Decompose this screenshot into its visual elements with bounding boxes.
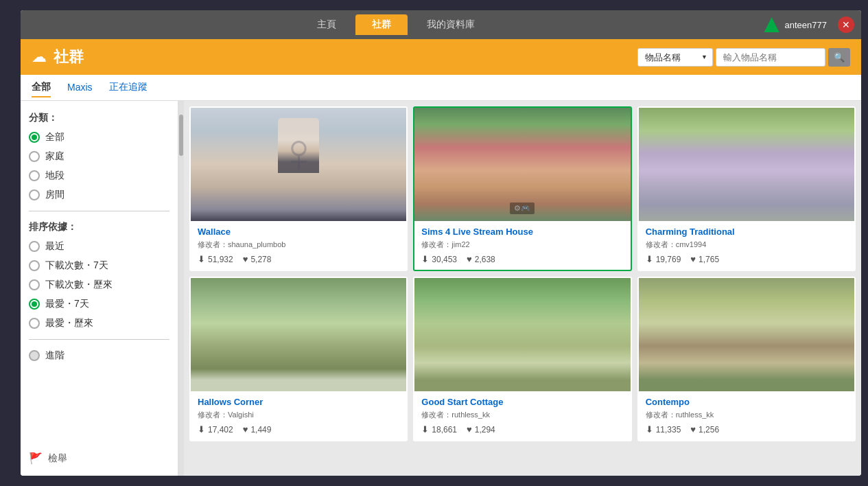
filter-select[interactable]: 物品名稱作者名稱標籤 [637, 48, 713, 67]
divider-2 [29, 339, 169, 340]
category-all[interactable]: 全部 [29, 131, 169, 143]
filter-dropdown-wrapper: 物品名稱作者名稱標籤 [637, 48, 713, 67]
item-name-charming: Charming Traditional [646, 227, 847, 237]
report-button[interactable]: 🚩 檢舉 [29, 452, 67, 465]
download-stat-hallows: ⬇ 17,402 [198, 424, 233, 435]
radio-recent [29, 241, 40, 252]
download-icon-wallace: ⬇ [198, 254, 205, 264]
radio-advanced [29, 350, 40, 361]
item-stats-wallace: ⬇ 51,932 ♥ 5,278 [198, 254, 399, 264]
category-lot[interactable]: 地段 [29, 170, 169, 182]
item-author-contempo: 修改者：ruthless_kk [646, 410, 847, 420]
sidebar-scroll[interactable] [178, 101, 184, 476]
subtab-maxis[interactable]: Maxis [67, 79, 93, 97]
search-filter: 物品名稱作者名稱標籤 🔍 [637, 48, 850, 67]
grid-item-charming[interactable]: Charming Traditional 修改者：cmv1994 ⬇ 19,76… [637, 106, 856, 271]
category-family[interactable]: 家庭 [29, 150, 169, 163]
item-author-hallows: 修改者：Valgishi [198, 410, 399, 420]
thumb-charming [639, 108, 854, 221]
sort-fav-all-label: 最愛・歷來 [45, 317, 93, 329]
grid-container: Wallace 修改者：shauna_plumbob ⬇ 51,932 ♥ [189, 106, 856, 441]
fav-count-cottage: 1,294 [475, 425, 495, 435]
tab-home[interactable]: 主頁 [301, 14, 353, 35]
close-button[interactable]: ✕ [838, 16, 854, 33]
fav-count-charming: 1,765 [699, 255, 719, 264]
download-icon-sims4: ⬇ [421, 254, 429, 264]
heart-icon-sims4: ♥ [467, 254, 472, 264]
grid-item-cottage[interactable]: Good Start Cottage 修改者：ruthless_kk ⬇ 18,… [413, 277, 631, 441]
item-info-contempo: Contempo 修改者：ruthless_kk ⬇ 11,335 ♥ 1, [639, 391, 854, 440]
radio-fav-7day [29, 299, 40, 310]
grid-item-hallows[interactable]: Hallows Corner 修改者：Valgishi ⬇ 17,402 ♥ [189, 277, 408, 441]
item-stats-hallows: ⬇ 17,402 ♥ 1,449 [198, 424, 399, 435]
item-author-sims4: 修改者：jim22 [421, 240, 623, 250]
grid-item-sims4[interactable]: ⚙🎮 Sims 4 Live Stream House 修改者：jim22 ⬇ … [413, 106, 631, 271]
sort-dl-all[interactable]: 下載次數・歷來 [29, 279, 169, 291]
scroll-thumb [179, 115, 183, 156]
download-count-sims4: 30,453 [432, 255, 457, 264]
item-stats-sims4: ⬇ 30,453 ♥ 2,638 [421, 254, 623, 264]
sort-fav-all[interactable]: 最愛・歷來 [29, 317, 169, 329]
plumbob-icon [764, 17, 779, 32]
download-stat-cottage: ⬇ 18,661 [421, 424, 457, 435]
download-count-hallows: 17,402 [208, 425, 233, 435]
username: anteen777 [785, 20, 827, 30]
download-icon-hallows: ⬇ [198, 424, 205, 435]
thumb-sims4: ⚙🎮 [414, 108, 630, 221]
top-nav: 主頁 社群 我的資料庫 anteen777 ✕ [21, 10, 861, 39]
radio-dl-all [29, 279, 40, 290]
cloud-icon: ☁ [32, 48, 47, 66]
report-label: 檢舉 [48, 452, 67, 465]
app-window: 主頁 社群 我的資料庫 anteen777 ✕ ☁ 社群 物品名稱作者名稱標籤 … [21, 10, 861, 476]
fav-stat-wallace: ♥ 5,278 [243, 254, 272, 264]
item-author-charming: 修改者：cmv1994 [646, 240, 847, 250]
category-group: 全部 家庭 地段 房間 [29, 131, 169, 201]
download-count-contempo: 11,335 [656, 425, 681, 435]
divider-1 [29, 211, 169, 211]
radio-lot [29, 170, 40, 181]
download-stat-contempo: ⬇ 11,335 [646, 424, 681, 435]
item-name-sims4: Sims 4 Live Stream House [421, 227, 623, 237]
item-stats-cottage: ⬇ 18,661 ♥ 1,294 [421, 424, 623, 435]
item-name-hallows: Hallows Corner [198, 397, 399, 407]
radio-family [29, 151, 40, 162]
heart-icon-contempo: ♥ [690, 424, 696, 435]
grid-item-contempo[interactable]: Contempo 修改者：ruthless_kk ⬇ 11,335 ♥ 1, [637, 277, 856, 441]
heart-icon-charming: ♥ [690, 254, 696, 264]
grid-area: Wallace 修改者：shauna_plumbob ⬇ 51,932 ♥ [184, 101, 861, 476]
fav-stat-cottage: ♥ 1,294 [467, 424, 495, 435]
fav-stat-contempo: ♥ 1,256 [690, 424, 719, 435]
fav-count-contempo: 1,256 [699, 425, 719, 435]
download-stat-wallace: ⬇ 51,932 [198, 254, 233, 264]
sort-recent[interactable]: 最近 [29, 240, 169, 253]
tab-community[interactable]: 社群 [355, 14, 408, 35]
advanced-label: 進階 [45, 349, 64, 362]
tab-library[interactable]: 我的資料庫 [410, 14, 491, 35]
sort-recent-label: 最近 [45, 240, 64, 253]
download-icon-cottage: ⬇ [421, 424, 429, 435]
radio-room [29, 189, 40, 200]
sort-dl-7day[interactable]: 下載次數・7天 [29, 259, 169, 272]
item-info-wallace: Wallace 修改者：shauna_plumbob ⬇ 51,932 ♥ [191, 221, 406, 270]
radio-dl-7day [29, 260, 40, 271]
search-input[interactable] [716, 48, 825, 67]
advanced-option[interactable]: 進階 [29, 349, 169, 362]
subtab-all[interactable]: 全部 [32, 78, 51, 97]
fav-stat-hallows: ♥ 1,449 [243, 424, 272, 435]
download-icon-charming: ⬇ [646, 254, 653, 264]
category-room-label: 房間 [45, 189, 64, 201]
sort-fav-7day[interactable]: 最愛・7天 [29, 298, 169, 310]
user-area: anteen777 ✕ [764, 16, 854, 33]
grid-item-wallace[interactable]: Wallace 修改者：shauna_plumbob ⬇ 51,932 ♥ [189, 106, 408, 271]
sub-tabs: 全部 Maxis 正在追蹤 [21, 75, 861, 101]
thumb-contempo [639, 278, 854, 391]
search-button[interactable]: 🔍 [828, 48, 850, 67]
fav-stat-sims4: ♥ 2,638 [467, 254, 495, 264]
sort-dl-all-label: 下載次數・歷來 [45, 279, 113, 291]
nav-tabs: 主頁 社群 我的資料庫 [27, 14, 764, 35]
sort-group: 最近 下載次數・7天 下載次數・歷來 最愛・7天 最愛・歷來 [29, 240, 169, 329]
fav-stat-charming: ♥ 1,765 [690, 254, 719, 264]
category-room[interactable]: 房間 [29, 189, 169, 201]
subtab-following[interactable]: 正在追蹤 [109, 78, 148, 97]
item-name-cottage: Good Start Cottage [421, 397, 623, 407]
